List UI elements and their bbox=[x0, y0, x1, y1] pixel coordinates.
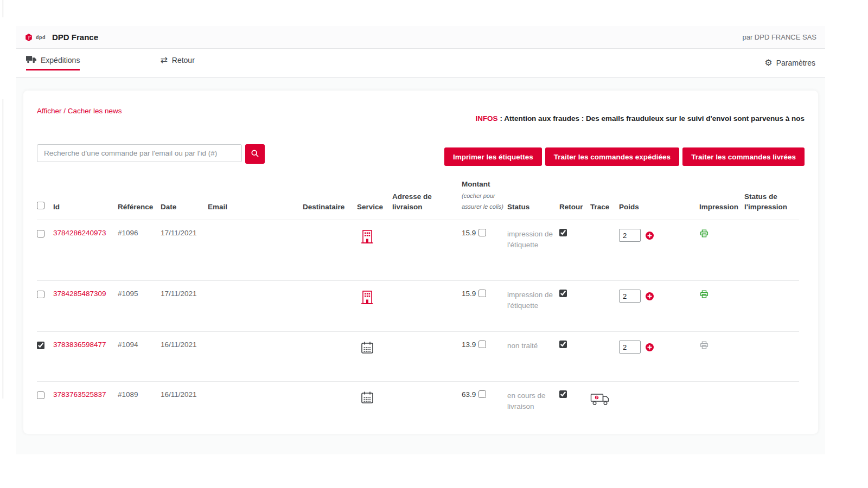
gear-icon: ⚙ bbox=[764, 59, 772, 67]
impression-cell bbox=[699, 382, 744, 428]
order-adresse bbox=[392, 382, 462, 428]
trace-truck-icon[interactable] bbox=[590, 393, 611, 408]
order-destinataire bbox=[303, 382, 357, 428]
truck-icon bbox=[26, 55, 36, 65]
order-status: en cours de livraison bbox=[507, 382, 559, 428]
add-parcel-icon[interactable] bbox=[646, 232, 654, 240]
dpd-app-frame: dpd DPD France par DPD FRANCE SAS Expédi… bbox=[16, 26, 825, 454]
content-area: Afficher / Cacher les news INFOS : Atten… bbox=[16, 78, 825, 454]
col-header-adresse: Adresse de livraison bbox=[392, 179, 462, 220]
assure-checkbox[interactable] bbox=[478, 390, 486, 398]
table-row: 3783763525837 #1089 16/11/2021 bbox=[37, 382, 799, 428]
assure-checkbox[interactable] bbox=[478, 341, 486, 348]
assure-checkbox[interactable] bbox=[478, 229, 486, 236]
status-impression-cell bbox=[744, 220, 799, 281]
printer-icon[interactable] bbox=[699, 343, 709, 351]
orders-card: Afficher / Cacher les news INFOS : Atten… bbox=[23, 91, 818, 434]
table-header-row: Id Référence Date Email Destinataire Ser… bbox=[37, 179, 799, 220]
app-title: DPD France bbox=[52, 33, 98, 42]
col-header-status: Status bbox=[507, 179, 559, 220]
trace-cell bbox=[590, 332, 619, 382]
add-parcel-icon[interactable] bbox=[646, 292, 654, 300]
montant-note: (cocher pour assurer le colis) bbox=[462, 190, 505, 212]
orders-table: Id Référence Date Email Destinataire Ser… bbox=[37, 179, 799, 428]
select-all-checkbox[interactable] bbox=[37, 202, 44, 209]
status-impression-cell bbox=[744, 332, 799, 382]
col-header-poids: Poids bbox=[619, 179, 699, 220]
order-montant: 15.9 bbox=[462, 229, 476, 237]
app-header: dpd DPD France par DPD FRANCE SAS bbox=[16, 26, 825, 49]
building-icon bbox=[360, 229, 374, 247]
row-select-checkbox[interactable] bbox=[37, 291, 44, 298]
tab-retour-label: Retour bbox=[172, 56, 195, 65]
order-id-link[interactable]: 3783763525837 bbox=[53, 390, 106, 399]
col-header-trace: Trace bbox=[590, 179, 619, 220]
search-input[interactable] bbox=[37, 144, 242, 162]
retour-checkbox[interactable] bbox=[559, 341, 567, 348]
poids-input[interactable] bbox=[619, 229, 641, 242]
order-destinataire bbox=[303, 220, 357, 281]
order-adresse bbox=[392, 332, 462, 382]
order-montant: 13.9 bbox=[462, 341, 476, 349]
retour-checkbox[interactable] bbox=[559, 229, 567, 236]
bulk-actions: Imprimer les étiquettes Traiter les comm… bbox=[444, 147, 805, 166]
tab-expeditions-label: Expéditions bbox=[41, 56, 80, 65]
row-select-checkbox[interactable] bbox=[37, 391, 44, 399]
order-montant: 15.9 bbox=[462, 290, 476, 298]
news-toggle-link[interactable]: Afficher / Cacher les news bbox=[37, 107, 122, 115]
assure-checkbox[interactable] bbox=[478, 290, 486, 297]
trace-cell bbox=[590, 281, 619, 332]
row-select-checkbox[interactable] bbox=[37, 230, 44, 237]
montant-label: Montant bbox=[462, 179, 505, 189]
order-montant: 63.9 bbox=[462, 390, 476, 399]
col-header-status-impression: Status de l'impression bbox=[744, 179, 799, 220]
order-date: 17/11/2021 bbox=[161, 281, 208, 332]
order-id-link[interactable]: 3783836598477 bbox=[53, 341, 106, 349]
dpd-logo-icon bbox=[25, 34, 33, 41]
process-shipped-button[interactable]: Traiter les commandes expédiées bbox=[545, 147, 679, 166]
settings-label: Paramètres bbox=[776, 59, 815, 67]
building-icon bbox=[360, 290, 374, 307]
retour-checkbox[interactable] bbox=[559, 390, 567, 398]
infos-message: Des emails frauduleux sur le suivi d'env… bbox=[586, 114, 805, 123]
col-header-service: Service bbox=[357, 179, 392, 220]
infos-banner: INFOS : Attention aux fraudes : Des emai… bbox=[475, 114, 805, 123]
settings-link[interactable]: ⚙ Paramètres bbox=[764, 59, 815, 67]
order-date: 17/11/2021 bbox=[161, 220, 208, 281]
status-impression-cell bbox=[744, 281, 799, 332]
swap-arrows-icon: ⇄ bbox=[160, 56, 167, 65]
col-header-destinataire: Destinataire bbox=[303, 179, 357, 220]
col-header-impression: Impression bbox=[699, 179, 744, 220]
order-email bbox=[208, 220, 303, 281]
search-button[interactable] bbox=[245, 144, 265, 164]
order-reference: #1096 bbox=[118, 220, 161, 281]
col-header-retour: Retour bbox=[559, 179, 590, 220]
poids-input[interactable] bbox=[619, 341, 641, 354]
print-labels-button[interactable]: Imprimer les étiquettes bbox=[444, 147, 542, 166]
infos-separator: : Attention aux fraudes : bbox=[498, 114, 586, 123]
order-reference: #1094 bbox=[118, 332, 161, 382]
order-status: non traité bbox=[507, 332, 559, 382]
order-id-link[interactable]: 3784286240973 bbox=[53, 229, 106, 237]
tab-retour[interactable]: ⇄ Retour bbox=[160, 56, 194, 70]
table-row: 3784286240973 #1096 17/11/2021 bbox=[37, 220, 799, 281]
search-group bbox=[37, 144, 265, 164]
calendar-icon bbox=[360, 390, 374, 406]
order-adresse bbox=[392, 281, 462, 332]
tab-expeditions[interactable]: Expéditions bbox=[26, 55, 80, 70]
col-header-id: Id bbox=[53, 179, 118, 220]
app-byline: par DPD FRANCE SAS bbox=[742, 33, 816, 41]
trace-cell bbox=[590, 220, 619, 281]
retour-checkbox[interactable] bbox=[559, 290, 567, 297]
printer-icon[interactable] bbox=[699, 292, 709, 300]
order-date: 16/11/2021 bbox=[161, 332, 208, 382]
frame-edge-line bbox=[3, 99, 3, 399]
printer-icon[interactable] bbox=[699, 232, 709, 240]
poids-input[interactable] bbox=[619, 290, 641, 303]
process-delivered-button[interactable]: Traiter les commandes livrées bbox=[682, 147, 805, 166]
add-parcel-icon[interactable] bbox=[646, 343, 654, 351]
row-select-checkbox[interactable] bbox=[37, 342, 44, 349]
status-impression-cell bbox=[744, 382, 799, 428]
order-id-link[interactable]: 3784285487309 bbox=[53, 290, 106, 298]
order-reference: #1089 bbox=[118, 382, 161, 428]
